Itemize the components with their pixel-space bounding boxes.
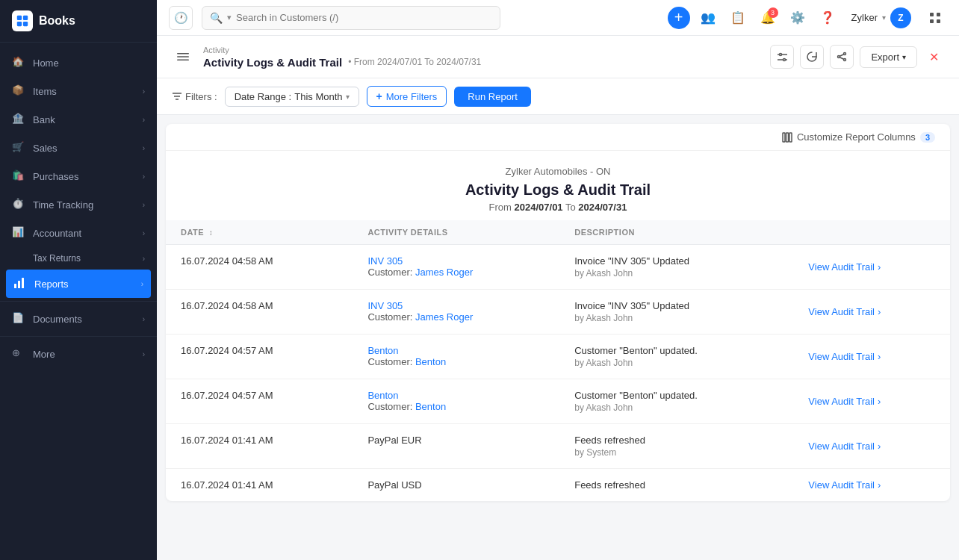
cell-activity: INV 305Customer: James Roger xyxy=(353,245,559,290)
svg-rect-8 xyxy=(937,13,940,16)
cell-date: 16.07.2024 04:58 AM xyxy=(166,290,353,335)
cell-activity: BentonCustomer: Benton xyxy=(353,379,559,424)
run-report-button[interactable]: Run Report xyxy=(454,87,530,107)
chevron-right-icon4: › xyxy=(143,172,145,181)
chevron-right-audit: › xyxy=(878,479,881,491)
grid-icon-btn[interactable] xyxy=(923,6,947,30)
report-main-title: Activity Logs & Audit Trail xyxy=(181,181,935,199)
sidebar-item-accountant[interactable]: 📊 Accountant › xyxy=(0,219,157,247)
help-icon-btn[interactable]: ❓ xyxy=(816,6,839,30)
sidebar-subitem-tax-returns[interactable]: Tax Returns › xyxy=(0,247,157,270)
chevron-right-audit: › xyxy=(878,261,881,273)
share-button[interactable] xyxy=(830,45,854,69)
sidebar-item-items[interactable]: 📦 Items › xyxy=(0,77,157,105)
chevron-right-audit: › xyxy=(878,441,881,452)
search-dropdown-toggle[interactable]: ▾ xyxy=(227,13,232,22)
search-bar[interactable]: 🔍 ▾ xyxy=(202,6,500,30)
app-logo[interactable]: Books xyxy=(0,0,157,43)
sidebar-item-reports[interactable]: Reports › xyxy=(6,270,151,298)
table-row: 16.07.2024 04:58 AMINV 305Customer: Jame… xyxy=(166,245,950,290)
customer-label: Customer: xyxy=(367,356,415,367)
customer-link[interactable]: Benton xyxy=(415,356,446,367)
sidebar-item-more[interactable]: ⊕ More › xyxy=(0,340,157,368)
table-row: 16.07.2024 04:58 AMINV 305Customer: Jame… xyxy=(166,290,950,335)
cell-description: Feeds refreshed xyxy=(559,469,793,502)
sidebar-item-purchases[interactable]: 🛍️ Purchases › xyxy=(0,162,157,190)
cell-description: Customer "Benton" updated.by Akash John xyxy=(559,379,793,424)
user-menu[interactable]: Zylker ▾ Z xyxy=(845,4,917,31)
col-date-label: DATE xyxy=(181,228,204,237)
customer-link[interactable]: James Roger xyxy=(415,311,473,323)
columns-icon xyxy=(782,132,792,143)
cell-date: 16.07.2024 04:58 AM xyxy=(166,245,353,290)
sidebar-item-time-tracking[interactable]: ⏱️ Time Tracking › xyxy=(0,190,157,219)
report-header-bar: Activity Activity Logs & Audit Trail • F… xyxy=(157,36,959,78)
notifications-icon-btn[interactable]: 🔔 3 xyxy=(756,6,780,30)
report-date-range: • From 2024/07/01 To 2024/07/31 xyxy=(348,57,481,67)
chevron-right-icon9: › xyxy=(143,350,145,358)
col-description: DESCRIPTION xyxy=(559,220,793,245)
activity-link[interactable]: INV 305 xyxy=(367,255,403,267)
svg-point-19 xyxy=(838,56,840,58)
sort-icon[interactable]: ↕ xyxy=(209,228,214,237)
chevron-right-icon: › xyxy=(143,87,145,96)
svg-point-18 xyxy=(844,53,846,55)
report-title: Activity Logs & Audit Trail xyxy=(203,56,342,69)
time-icon: ⏱️ xyxy=(12,198,25,211)
filter-settings-button[interactable] xyxy=(770,45,794,69)
add-button[interactable]: + xyxy=(668,7,690,29)
customize-columns-button[interactable]: Customize Report Columns 3 xyxy=(782,131,935,143)
activity-link[interactable]: Benton xyxy=(367,390,398,401)
chevron-right-sub: › xyxy=(143,255,145,263)
view-audit-trail-button[interactable]: View Audit Trail › xyxy=(808,479,935,491)
report-header-left: Activity Activity Logs & Audit Trail • F… xyxy=(172,46,481,69)
date-range-filter[interactable]: Date Range : This Month ▾ xyxy=(225,87,359,107)
description-by: by Akash John xyxy=(574,402,778,413)
clock-button[interactable]: 🕐 xyxy=(169,6,193,30)
more-filters-button[interactable]: + More Filters xyxy=(367,86,447,107)
company-name: Zylker Automobiles - ON xyxy=(181,166,935,177)
user-name: Zylker xyxy=(851,12,878,23)
view-audit-trail-button[interactable]: View Audit Trail › xyxy=(808,396,935,407)
sidebar-label-purchases: Purchases xyxy=(33,171,78,182)
report-container: Activity Activity Logs & Audit Trail • F… xyxy=(157,36,959,560)
svg-rect-2 xyxy=(17,22,22,26)
help-icon: ❓ xyxy=(820,10,835,25)
cell-activity: PayPal USD xyxy=(353,469,559,502)
close-icon: ✕ xyxy=(929,50,939,64)
sidebar-item-bank[interactable]: 🏦 Bank › xyxy=(0,105,157,134)
view-audit-trail-button[interactable]: View Audit Trail › xyxy=(808,306,935,317)
activity-link[interactable]: Benton xyxy=(367,345,398,356)
cell-date: 16.07.2024 04:57 AM xyxy=(166,379,353,424)
export-button[interactable]: Export ▾ xyxy=(860,46,917,68)
view-audit-trail-button[interactable]: View Audit Trail › xyxy=(808,261,935,273)
chevron-down-filter: ▾ xyxy=(346,93,350,101)
hamburger-icon xyxy=(177,51,189,63)
close-button[interactable]: ✕ xyxy=(923,46,944,67)
search-input[interactable] xyxy=(236,12,492,23)
activity-link[interactable]: INV 305 xyxy=(367,300,403,311)
contacts-icon-btn[interactable]: 👥 xyxy=(696,6,720,30)
settings-icon-btn[interactable]: ⚙️ xyxy=(786,6,810,30)
customize-count-badge: 3 xyxy=(920,132,935,143)
refresh-button[interactable] xyxy=(800,45,824,69)
table-row: 16.07.2024 01:41 AMPayPal USDFeeds refre… xyxy=(166,469,950,502)
cell-audit: View Audit Trail › xyxy=(793,469,950,502)
sidebar-item-sales[interactable]: 🛒 Sales › xyxy=(0,134,157,162)
hamburger-button[interactable] xyxy=(172,46,194,68)
view-audit-trail-button[interactable]: View Audit Trail › xyxy=(808,441,935,452)
sidebar-item-documents[interactable]: 📄 Documents › xyxy=(0,305,157,333)
sidebar-label-sales: Sales xyxy=(33,143,58,154)
sidebar-item-home[interactable]: 🏠 Home xyxy=(0,49,157,77)
bank-icon: 🏦 xyxy=(12,113,25,126)
customer-link[interactable]: James Roger xyxy=(415,267,473,278)
description-text: Feeds refreshed xyxy=(574,479,778,491)
cell-date: 16.07.2024 01:41 AM xyxy=(166,424,353,469)
report-header-right: Export ▾ ✕ xyxy=(770,45,944,69)
svg-rect-28 xyxy=(789,133,792,142)
tasks-icon-btn[interactable]: 📋 xyxy=(726,6,750,30)
sidebar-label-more: More xyxy=(33,349,55,360)
view-audit-trail-button[interactable]: View Audit Trail › xyxy=(808,351,935,362)
items-icon: 📦 xyxy=(12,84,25,98)
customer-link[interactable]: Benton xyxy=(415,401,446,412)
